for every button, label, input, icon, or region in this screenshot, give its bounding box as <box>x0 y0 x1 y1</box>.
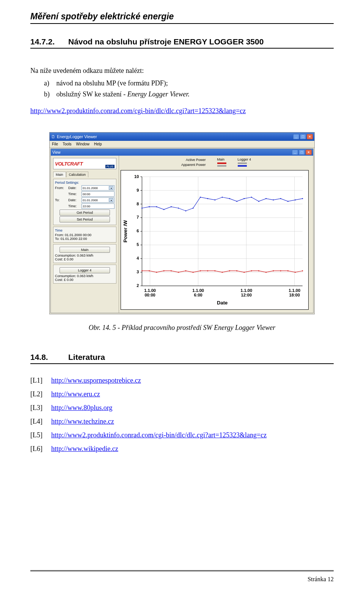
voltcraft-logo-text: VOLTCRAFT <box>55 161 83 167</box>
section-number: 14.7.2. <box>30 37 68 46</box>
intro-list: a) návod na obsluhu MP (ve formátu PDF);… <box>30 78 334 100</box>
list-item-b: b) obslužný SW ke stažení - Energy Logge… <box>44 89 334 100</box>
tab-calculation[interactable]: Calculation <box>66 172 89 177</box>
to-label: To: <box>55 198 67 202</box>
close-button[interactable]: × <box>307 134 313 139</box>
svg-rect-83 <box>280 271 281 271</box>
figure-caption: Obr. 14. 5 - Příklad pracovního prostřed… <box>30 324 334 332</box>
legend-active-label: Active Power <box>186 158 206 162</box>
list-text-a: návod na obsluhu MP (ve formátu PDF); <box>56 79 168 87</box>
svg-text:18:00: 18:00 <box>289 293 300 298</box>
voltcraft-plus-badge: PLUS <box>105 165 115 168</box>
svg-text:00:00: 00:00 <box>144 293 155 298</box>
svg-rect-77 <box>236 271 237 271</box>
set-period-button[interactable]: Set Period <box>60 216 110 222</box>
ref-link-4[interactable]: http://www.techzine.cz <box>51 415 114 428</box>
svg-rect-84 <box>287 271 288 271</box>
inner-close-button[interactable]: × <box>306 150 312 155</box>
to-date-value: 01.01.2000 <box>83 199 98 202</box>
from-date-input[interactable]: 01.01.2000▾ <box>82 185 115 191</box>
svg-text:Power /W: Power /W <box>122 220 128 243</box>
reference-list: [L1] http://www.uspornespotrebice.cz [L2… <box>30 374 334 456</box>
svg-text:2: 2 <box>136 283 139 288</box>
section-heading-row: 14.7.2. Návod na obsluhu přístroje ENERG… <box>30 37 334 49</box>
main-stats-button[interactable]: Main <box>60 247 110 253</box>
maximize-button[interactable]: □ <box>300 134 306 139</box>
logger-consumption: Consumption: 0.063 kWh <box>55 274 115 278</box>
ref-row-1: [L1] http://www.uspornespotrebice.cz <box>30 374 334 387</box>
time-group: Time From: 01.01.2000 00:00 To: 01.01.20… <box>53 227 116 243</box>
ref-row-6: [L6] http://www.wikipedie.cz <box>30 442 334 456</box>
svg-rect-68 <box>171 271 171 271</box>
section-title-lit: Literatura <box>68 353 105 362</box>
main-consumption: Consumption: 0.063 kWh <box>55 254 115 257</box>
document-title: Měření spotřeby elektrické energie <box>30 11 334 22</box>
svg-rect-44 <box>163 209 164 210</box>
menu-file[interactable]: File <box>52 142 58 146</box>
list-label-b: b) <box>44 89 55 100</box>
inner-maximize-button[interactable]: □ <box>299 150 305 155</box>
period-settings-title: Period Settings: <box>55 181 115 184</box>
chart-plot: 23456789101.1.0000:001.1.006:001.1.0012:… <box>121 170 309 310</box>
svg-rect-81 <box>265 272 266 273</box>
list-text-b: obslužný SW ke stažení - <box>56 90 127 98</box>
svg-rect-85 <box>295 272 295 273</box>
svg-text:1.1.00: 1.1.00 <box>289 289 300 293</box>
svg-rect-86 <box>302 271 303 271</box>
svg-text:8: 8 <box>136 202 139 206</box>
ref-link-5[interactable]: http://www2.produktinfo.conrad.com/cgi-b… <box>51 428 267 442</box>
ref-link-6[interactable]: http://www.wikipedie.cz <box>51 442 118 456</box>
svg-rect-63 <box>302 198 303 199</box>
ref-label-6: [L6] <box>30 442 51 456</box>
chevron-down-icon[interactable]: ▾ <box>109 186 113 190</box>
menubar: File Tools Window Help <box>50 141 314 148</box>
svg-text:1.1.00: 1.1.00 <box>144 289 156 293</box>
ref-link-2[interactable]: http://www.eru.cz <box>51 387 100 401</box>
svg-rect-42 <box>149 207 149 207</box>
from-date-value: 01.01.2000 <box>83 186 98 190</box>
ref-link-1[interactable]: http://www.uspornespotrebice.cz <box>51 374 141 387</box>
svg-text:Date: Date <box>217 300 228 306</box>
list-item-a: a) návod na obsluhu MP (ve formátu PDF); <box>44 78 334 89</box>
svg-rect-61 <box>287 201 288 202</box>
ref-row-4: [L4] http://www.techzine.cz <box>30 415 334 428</box>
svg-rect-64 <box>141 271 142 271</box>
svg-text:5: 5 <box>136 243 139 247</box>
to-date-input[interactable]: 01.01.2000▾ <box>82 197 115 203</box>
chevron-down-icon[interactable]: ▾ <box>109 198 113 202</box>
get-period-button[interactable]: Get Period <box>60 210 110 216</box>
legend-swatch-red <box>217 162 226 164</box>
svg-text:1.1.00: 1.1.00 <box>240 289 252 293</box>
menu-window[interactable]: Window <box>76 142 89 146</box>
svg-text:7: 7 <box>136 215 139 220</box>
time-label-2: Time: <box>68 204 80 208</box>
page-number: Stránka 12 <box>308 576 334 583</box>
legend-main-label: Main <box>217 158 225 161</box>
svg-rect-72 <box>200 271 201 271</box>
logger-stats-button[interactable]: Logger 4 <box>60 267 110 273</box>
inner-window: View _ □ × VOLTCRAFT PLUS Main Calculati… <box>50 148 314 313</box>
svg-rect-45 <box>171 207 171 207</box>
app-icon: 🗋 <box>51 134 55 139</box>
svg-text:6:00: 6:00 <box>194 293 202 298</box>
chart-legend: Active Power Apparent Power Main Logger … <box>119 156 313 169</box>
svg-rect-80 <box>258 271 259 271</box>
app-title: EnergyLogger Viewer <box>57 134 97 139</box>
svg-rect-66 <box>156 272 157 273</box>
svg-text:10: 10 <box>134 174 139 179</box>
svg-text:1.1.00: 1.1.00 <box>192 289 204 293</box>
from-time-input[interactable]: 00:00 <box>82 191 115 197</box>
menu-tools[interactable]: Tools <box>63 142 71 146</box>
to-time-input[interactable]: 22:00 <box>82 203 115 209</box>
ref-link-3[interactable]: http://www.80plus.org <box>51 401 113 415</box>
main-download-link[interactable]: http://www2.produktinfo.conrad.com/cgi-b… <box>30 107 246 115</box>
tab-main[interactable]: Main <box>53 172 66 177</box>
minimize-button[interactable]: _ <box>293 134 299 139</box>
window-titlebar: 🗋 EnergyLogger Viewer _ □ × <box>50 132 314 141</box>
menu-help[interactable]: Help <box>94 142 102 146</box>
ref-label-3: [L3] <box>30 401 51 415</box>
period-settings-group: Period Settings: From: Date: 01.01.2000▾… <box>53 179 116 225</box>
inner-minimize-button[interactable]: _ <box>292 150 298 155</box>
svg-rect-50 <box>207 198 208 199</box>
svg-text:12:00: 12:00 <box>241 293 252 298</box>
